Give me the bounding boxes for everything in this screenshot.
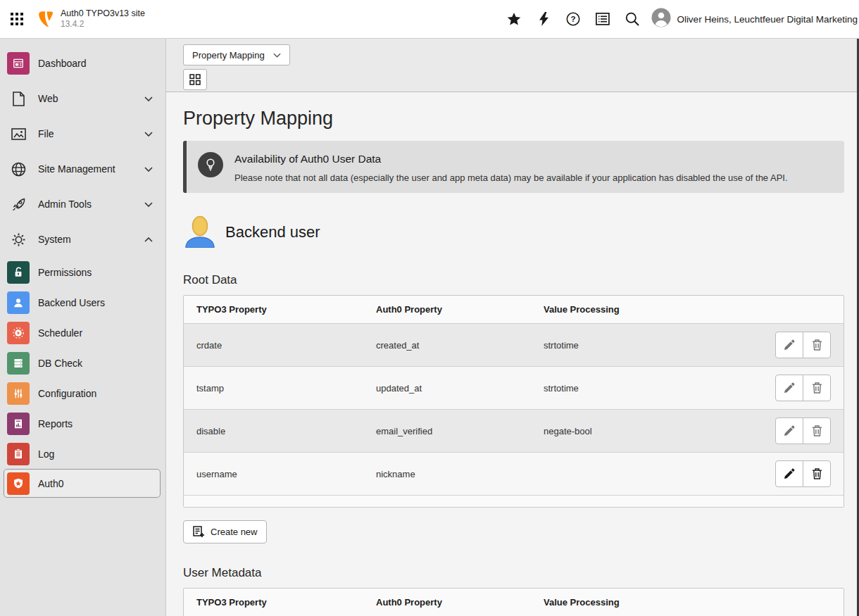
chevron-down-icon xyxy=(144,132,153,137)
typo3-property-cell: username xyxy=(184,453,363,496)
column-header-auth0-property: Auth0 Property xyxy=(363,296,531,324)
backend-user-avatar-icon xyxy=(183,214,217,251)
image-icon xyxy=(7,122,30,145)
grid-2x2-icon xyxy=(189,74,201,85)
root-data-table: TYPO3 Property Auth0 Property Value Proc… xyxy=(183,295,844,508)
callout-text: Availability of Auth0 User Data Please n… xyxy=(234,151,788,183)
clear-cache-bolt-icon[interactable] xyxy=(529,0,558,38)
sidebar-item-permissions[interactable]: Permissions xyxy=(0,257,165,287)
sidebar-item-reports[interactable]: Reports xyxy=(0,408,165,439)
table-row: username nickname xyxy=(184,453,844,496)
sidebar-item-label: Site Management xyxy=(38,163,144,175)
typo3-property-cell: crdate xyxy=(184,324,363,367)
auth0-property-cell: email_verified xyxy=(363,410,531,453)
sidebar-item-label: Permissions xyxy=(38,267,158,278)
permissions-icon xyxy=(7,261,30,284)
value-processing-cell xyxy=(531,453,745,496)
sidebar-item-backend-users[interactable]: Backend Users xyxy=(0,287,165,318)
sidebar-item-auth0[interactable]: Auth0 xyxy=(4,469,161,498)
backend-users-icon xyxy=(7,291,30,314)
callout-body: Please note that not all data (especiall… xyxy=(234,172,788,183)
sidebar-item-label: Web xyxy=(38,93,144,104)
pencil-icon xyxy=(784,425,795,436)
delete-button[interactable] xyxy=(803,460,831,487)
reports-icon xyxy=(7,413,30,435)
row-actions xyxy=(775,332,831,358)
sidebar-item-db-check[interactable]: DB Check xyxy=(0,348,165,378)
sidebar-item-label: Auth0 xyxy=(38,478,157,489)
column-header-value-processing: Value Processing xyxy=(531,589,745,616)
sidebar-item-log[interactable]: Log xyxy=(0,439,165,469)
sidebar-item-label: Backend Users xyxy=(38,297,158,308)
lightbulb-icon xyxy=(198,152,223,177)
docheader: Property Mapping xyxy=(166,39,859,92)
callout-title: Availability of Auth0 User Data xyxy=(234,153,788,165)
auth0-icon xyxy=(7,472,30,495)
help-circle-icon[interactable]: ? xyxy=(558,0,588,38)
sidebar-item-dashboard[interactable]: Dashboard xyxy=(0,46,165,81)
typo3-property-cell: tstamp xyxy=(184,367,363,410)
system-information-icon[interactable] xyxy=(588,0,617,38)
sidebar-item-configuration[interactable]: Configuration xyxy=(0,378,165,408)
sidebar-item-system[interactable]: System xyxy=(0,222,165,257)
pencil-icon xyxy=(784,468,795,479)
sidebar-item-site-management[interactable]: Site Management xyxy=(0,151,165,187)
dashboard-icon xyxy=(7,52,30,75)
configuration-icon xyxy=(7,382,30,405)
delete-button[interactable] xyxy=(803,417,831,444)
sidebar-item-label: Reports xyxy=(38,418,158,429)
gear-icon xyxy=(7,228,30,251)
trash-icon xyxy=(812,468,822,479)
column-header-typo3-property: TYPO3 Property xyxy=(184,589,363,616)
layout-grid-button[interactable] xyxy=(183,69,207,90)
sidebar-item-label: Configuration xyxy=(38,388,158,399)
app-grid-icon[interactable] xyxy=(0,0,34,38)
create-new-label: Create new xyxy=(211,527,257,537)
pencil-icon xyxy=(784,339,795,351)
module-menu: Dashboard Web File xyxy=(0,39,166,616)
topbar-right: ? xyxy=(499,0,859,38)
bookmark-star-icon[interactable] xyxy=(499,0,529,38)
sidebar-item-label: Scheduler xyxy=(38,327,158,339)
user-avatar xyxy=(651,8,671,30)
sidebar-item-label: Dashboard xyxy=(38,58,158,69)
globe-icon xyxy=(7,158,30,180)
edit-button[interactable] xyxy=(775,332,803,358)
site-title-block: Auth0 TYPO3v13 site 13.4.2 xyxy=(61,8,145,30)
sidebar-item-label: DB Check xyxy=(38,358,158,369)
delete-button[interactable] xyxy=(803,375,831,401)
info-callout: Availability of Auth0 User Data Please n… xyxy=(183,141,844,193)
column-header-actions xyxy=(745,296,844,324)
row-actions xyxy=(775,417,831,444)
module-function-dropdown[interactable]: Property Mapping xyxy=(183,44,290,65)
scheduler-icon xyxy=(7,322,30,344)
user-menu[interactable]: Oliver Heins, Leuchtfeuer Digital Market… xyxy=(651,8,858,30)
sidebar-item-admin-tools[interactable]: Admin Tools xyxy=(0,187,165,222)
edit-button[interactable] xyxy=(775,417,803,444)
row-actions xyxy=(775,375,831,401)
rocket-icon xyxy=(7,193,30,215)
page-title: Property Mapping xyxy=(183,108,844,130)
table-header-row: TYPO3 Property Auth0 Property Value Proc… xyxy=(184,296,844,324)
db-check-icon xyxy=(7,352,30,375)
sidebar-item-file[interactable]: File xyxy=(0,116,165,151)
sidebar-item-scheduler[interactable]: Scheduler xyxy=(0,318,165,348)
new-record-icon xyxy=(193,526,205,538)
chevron-up-icon xyxy=(144,237,153,242)
edit-button[interactable] xyxy=(775,460,803,487)
page-icon xyxy=(7,87,30,110)
search-icon[interactable] xyxy=(617,0,647,38)
table-row: disable email_verified negate-bool xyxy=(184,410,844,453)
sidebar-item-label: File xyxy=(38,128,144,139)
column-header-auth0-property: Auth0 Property xyxy=(363,589,531,616)
topbar-left: Auth0 TYPO3v13 site 13.4.2 xyxy=(0,0,145,38)
auth0-property-cell: created_at xyxy=(363,324,531,367)
edit-button[interactable] xyxy=(775,375,803,401)
row-actions xyxy=(775,460,831,487)
column-header-value-processing: Value Processing xyxy=(531,296,745,324)
delete-button[interactable] xyxy=(803,332,831,358)
sidebar-item-web[interactable]: Web xyxy=(0,81,165,116)
create-new-button[interactable]: Create new xyxy=(183,520,267,543)
table-footer-row xyxy=(184,496,844,507)
chevron-down-icon xyxy=(144,202,153,207)
